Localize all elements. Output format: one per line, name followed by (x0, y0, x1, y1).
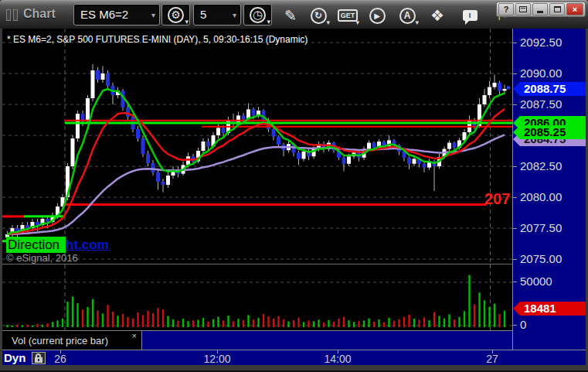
play-icon: ▶ (369, 8, 386, 24)
axis-label: 50000 (520, 275, 586, 288)
trendline-price-label: 207 (484, 190, 510, 208)
reload-button[interactable]: ↻ ▾ (306, 5, 331, 26)
get-icon: GET (338, 9, 359, 22)
price-chart-panel[interactable]: * ES M6=2, S&P 500 FUTURES E-MINI (DAY),… (2, 29, 512, 264)
axis-tick (513, 197, 517, 198)
axis-tick (513, 166, 517, 167)
symbol-settings-button[interactable]: ⚙ ▾ (161, 4, 190, 26)
copyright-text: © eSignal, 2016 (6, 252, 78, 264)
axis-tick (513, 282, 517, 282)
chevron-down-icon: ▾ (185, 18, 189, 26)
time-label: 14:00 (321, 353, 355, 365)
axis-label: 2082.50 (520, 159, 586, 173)
window-controls: ? × (496, 2, 586, 17)
watermark-link[interactable]: ht.com (66, 237, 109, 252)
volume-panel[interactable] (2, 264, 512, 330)
price-chart-canvas[interactable] (2, 29, 512, 264)
tab-label: Vol (current price bar) (12, 335, 108, 346)
chart-window: Chart ES M6=2 ▾ ⚙ ▾ 5 ▾ ◷ ▾ ✎ ↻ ▾ GET ▾ (0, 0, 588, 372)
axis-tick (513, 259, 517, 260)
time-label: 12:00 (200, 353, 234, 365)
minimize-button[interactable] (532, 3, 548, 15)
time-label: 26 (43, 353, 77, 365)
close-icon[interactable]: × (132, 332, 137, 340)
note-button[interactable]: I (457, 5, 482, 26)
send-order-button[interactable]: ❖ (425, 5, 450, 26)
window-title: Chart (23, 7, 56, 21)
price-axis[interactable]: 2092.502090.002087.502082.502080.002077.… (512, 29, 586, 350)
pencil-icon: ✎ (284, 7, 297, 25)
play-replay-button[interactable]: ▶ (365, 5, 389, 26)
axis-label: 2087.50 (520, 97, 586, 111)
axis-label: 2090.00 (520, 67, 586, 80)
diamond-send-icon: ❖ (430, 6, 444, 25)
axis-label: 2075.00 (520, 252, 586, 266)
popout-icon (519, 6, 527, 12)
chevron-down-icon[interactable]: ▾ (233, 5, 236, 26)
refresh-icon: ↻ (311, 8, 327, 24)
help-button[interactable]: ? (498, 3, 514, 15)
axis-label: 0 (520, 318, 586, 332)
speech-bubble-icon: I (463, 10, 478, 21)
time-label: 27 (475, 353, 509, 365)
window-panes-icon (6, 9, 20, 21)
interval-value: 5 (200, 8, 206, 21)
axis-label: 2077.50 (520, 221, 586, 235)
axis-tick (513, 325, 517, 326)
chevron-down-icon: ▾ (415, 19, 419, 26)
auto-trade-button[interactable]: A ▾ (395, 5, 420, 26)
chevron-down-icon: ▾ (267, 18, 270, 26)
letter-a-icon: A (399, 8, 416, 24)
axis-tick (513, 104, 517, 105)
dynamic-mode-label: Dyn (4, 351, 25, 364)
maximize-icon (554, 6, 561, 12)
axis-label: 2092.50 (520, 36, 586, 49)
axis-tick (513, 228, 517, 229)
interval-combobox[interactable]: 5 ▾ (193, 4, 241, 26)
chevron-down-icon: ▾ (326, 19, 330, 26)
watermark: Directionht.com (6, 237, 109, 253)
chevron-down-icon: ▾ (355, 19, 359, 26)
time-axis[interactable]: Dyn 2612:0014:0027 (2, 350, 586, 365)
price-tag: 2085.25 (513, 125, 586, 139)
volume-chart-canvas[interactable] (2, 264, 512, 330)
chevron-down-icon[interactable]: ▾ (151, 5, 155, 26)
price-tag: 2088.75 (513, 82, 586, 96)
study-tab-row: Vol (current price bar) × (2, 330, 512, 350)
axis-tick (513, 73, 517, 74)
gear-icon: ⚙ (168, 7, 184, 23)
title-bar: Chart ES M6=2 ▾ ⚙ ▾ 5 ▾ ◷ ▾ ✎ ↻ ▾ GET ▾ (0, 0, 588, 29)
axis-label: 2080.00 (520, 190, 586, 204)
symbol-combobox[interactable]: ES M6=2 ▾ (73, 4, 160, 26)
axis-tick (513, 43, 517, 43)
close-button[interactable]: × (566, 3, 583, 15)
chart-header-line: * ES M6=2, S&P 500 FUTURES E-MINI (DAY),… (7, 34, 308, 45)
draw-tool-button[interactable]: ✎ (278, 5, 303, 26)
minimize-icon (537, 11, 543, 13)
price-tag: 18481 (513, 302, 586, 316)
symbol-value: ES M6=2 (80, 8, 128, 21)
popout-button[interactable] (515, 3, 531, 15)
get-data-button[interactable]: GET ▾ (335, 5, 360, 26)
clock-icon: ◷ (250, 7, 266, 23)
maximize-button[interactable] (549, 3, 565, 15)
time-template-button[interactable]: ◷ ▾ (243, 4, 272, 26)
watermark-highlight: Direction (6, 237, 66, 253)
tab-volume-study[interactable]: Vol (current price bar) × (2, 331, 142, 350)
